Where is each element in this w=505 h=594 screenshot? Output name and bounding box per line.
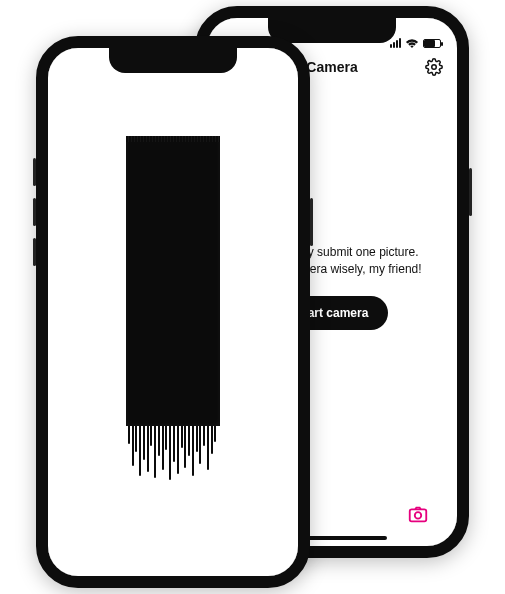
svg-point-0 [432,65,437,70]
notch [109,47,237,73]
brushstroke-bristles [126,426,220,482]
screen-splash [48,48,298,576]
svg-rect-3 [410,509,427,521]
settings-button[interactable] [423,56,445,78]
notch [268,17,396,43]
page-title: Camera [306,59,357,75]
splash-content [48,48,298,576]
tab-camera[interactable] [407,503,429,525]
cellular-icon [390,38,401,48]
phone-front [36,36,310,588]
status-indicators [390,38,441,48]
gear-icon [425,58,443,76]
wifi-icon [405,38,419,48]
svg-point-4 [415,512,421,518]
camera-icon [407,503,429,525]
battery-icon [423,39,441,48]
brushstroke-logo [126,136,220,426]
